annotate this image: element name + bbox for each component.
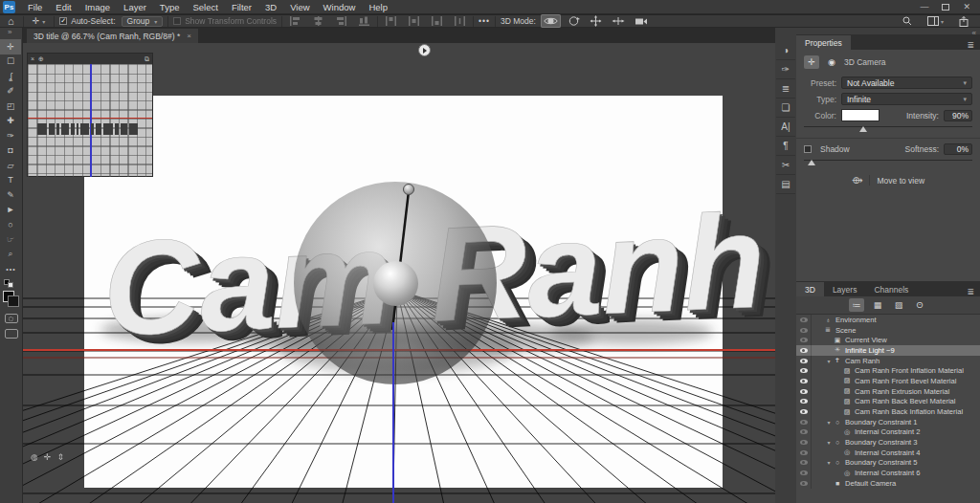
move-3d-icon[interactable]: ✛ [804, 55, 819, 69]
preset-dropdown[interactable]: Not Available▾ [841, 77, 972, 89]
expand-chevron-icon[interactable]: ▾ [825, 439, 833, 446]
background-color[interactable] [8, 295, 19, 307]
visibility-eye-icon[interactable] [796, 315, 812, 325]
filter-materials-icon[interactable]: ▨ [891, 298, 906, 312]
filter-whole-scene-icon[interactable]: ≔ [849, 298, 864, 312]
scale-ground-icon[interactable]: ⇕ [56, 452, 64, 462]
menu-help[interactable]: Help [362, 2, 394, 12]
eraser-tool-icon[interactable]: ▱ [0, 158, 21, 173]
tab-channels[interactable]: Channels [865, 282, 917, 296]
visibility-eye-icon[interactable] [796, 417, 812, 427]
menu-edit[interactable]: Edit [49, 2, 78, 12]
path-selection-tool-icon[interactable]: ► [0, 203, 21, 218]
expand-chevron-icon[interactable]: ▾ [825, 358, 833, 364]
shadow-checkbox[interactable] [804, 145, 812, 153]
softness-slider[interactable] [804, 159, 972, 167]
tree-row[interactable]: ■Default Camera [796, 478, 980, 489]
visibility-eye-icon[interactable] [796, 386, 812, 397]
tree-row[interactable]: ≣Scene [796, 325, 980, 336]
brushes-panel-icon[interactable]: ✑ [776, 60, 795, 79]
filter-meshes-icon[interactable]: ▦ [870, 298, 885, 312]
hand-tool-icon[interactable]: ☞ [0, 232, 21, 248]
align-horizontal-centers-icon[interactable] [310, 15, 326, 27]
shape-tool-icon[interactable]: ○ [0, 217, 21, 232]
distribute-bottom-edges-icon[interactable] [429, 15, 445, 27]
tab-3d[interactable]: 3D [796, 282, 824, 296]
pen-tool-icon[interactable]: ✎ [0, 187, 21, 203]
tree-row[interactable]: ▨Cam Ranh Back Bevel Material [796, 397, 980, 407]
edit-toolbar-icon[interactable]: ••• [1, 262, 22, 277]
move-to-view-button[interactable]: Move to view [877, 176, 924, 186]
menu-select[interactable]: Select [186, 2, 224, 12]
light-widget-center-ball[interactable] [373, 261, 418, 306]
home-icon[interactable]: ⌂ [0, 15, 18, 27]
more-options-icon[interactable]: ••• [479, 16, 490, 26]
visibility-eye-icon[interactable] [796, 356, 812, 366]
move-tool-icon[interactable]: ✛▾ [29, 16, 50, 26]
menu-file[interactable]: File [21, 2, 49, 12]
distribute-top-edges-icon[interactable] [383, 15, 399, 27]
tree-row[interactable]: ☀Infinite Light ~9 [796, 345, 980, 356]
camera-icon[interactable]: ◉ [824, 55, 839, 69]
visibility-eye-icon[interactable] [796, 397, 812, 407]
tree-row[interactable]: ▾○Boundary Constraint 5 [796, 458, 980, 469]
swap-view-icon[interactable]: ⧉ [145, 55, 149, 63]
document-close-icon[interactable]: × [187, 32, 191, 40]
search-icon[interactable] [899, 16, 916, 26]
move-secondary-icon[interactable]: ⊕ [38, 55, 44, 63]
glyphs-panel-icon[interactable]: ✂ [776, 156, 795, 175]
tree-row[interactable]: ◎Internal Constraint 2 [796, 427, 980, 438]
visibility-eye-icon[interactable] [796, 437, 812, 448]
visibility-eye-icon[interactable] [796, 468, 812, 478]
tree-row[interactable]: ▾○Boundary Constraint 1 [796, 417, 980, 427]
tree-row[interactable]: ◎Internal Constraint 6 [796, 468, 980, 478]
visibility-eye-icon[interactable] [796, 345, 812, 356]
visibility-eye-icon[interactable] [796, 325, 812, 336]
expand-chevron-icon[interactable]: ▾ [825, 459, 833, 466]
clone-source-panel-icon[interactable]: ❏ [776, 98, 795, 118]
tab-properties[interactable]: Properties [796, 35, 851, 50]
distribute-spacing-icon[interactable] [452, 15, 468, 27]
tab-layers[interactable]: Layers [824, 282, 866, 296]
visibility-eye-icon[interactable] [796, 478, 812, 489]
menu-view[interactable]: View [283, 2, 316, 12]
distribute-vertical-centers-icon[interactable] [406, 15, 422, 27]
healing-brush-tool-icon[interactable]: ✚ [0, 114, 21, 129]
color-panel-icon[interactable]: ◑ [776, 41, 795, 60]
properties-menu-icon[interactable]: ≣ [967, 40, 980, 50]
share-icon[interactable] [955, 16, 972, 27]
quick-selection-tool-icon[interactable]: ✐ [0, 84, 21, 99]
close-secondary-icon[interactable]: × [31, 55, 34, 62]
group-dropdown[interactable]: Group▾ [122, 16, 164, 27]
menu-filter[interactable]: Filter [225, 2, 258, 12]
tree-row[interactable]: ◎Internal Constraint 4 [796, 448, 980, 458]
secondary-view-panel[interactable]: × ⊕ ⧉ [27, 53, 153, 177]
document-tab[interactable]: 3D title @ 66.7% (Cam Ranh, RGB/8#) * × [27, 29, 198, 43]
filter-lights-icon[interactable]: ʘ [912, 298, 927, 312]
softness-field[interactable]: 0% [944, 143, 972, 155]
align-bottom-edges-icon[interactable] [356, 15, 372, 27]
close-button[interactable]: ✕ [963, 2, 970, 11]
menu-window[interactable]: Window [317, 2, 363, 12]
roll-camera-icon[interactable] [565, 14, 583, 28]
quick-mask-icon[interactable] [5, 314, 18, 323]
tree-row[interactable]: ▨Cam Ranh Front Bevel Material [796, 376, 980, 386]
character-panel-icon[interactable]: A| [776, 118, 795, 137]
menu-image[interactable]: Image [78, 2, 117, 12]
light-color-swatch[interactable] [841, 109, 880, 121]
dolly-camera-icon[interactable] [632, 14, 652, 28]
visibility-eye-icon[interactable] [796, 427, 812, 438]
visibility-eye-icon[interactable] [796, 335, 812, 345]
foreground-background-swatches[interactable] [3, 291, 20, 308]
workspace-icon[interactable]: ▾ [924, 16, 947, 26]
crop-tool-icon[interactable]: ◰ [0, 98, 21, 114]
orbit-camera-icon[interactable] [541, 14, 561, 28]
menu-3d[interactable]: 3D [258, 2, 283, 12]
tree-row[interactable]: ▨Cam Ranh Extrusion Material [796, 386, 980, 397]
default-colors-icon[interactable] [4, 279, 15, 289]
tree-row[interactable]: ▾○Boundary Constraint 3 [796, 437, 980, 448]
brush-tool-icon[interactable]: ✑ [0, 128, 21, 143]
type-tool-icon[interactable]: T [0, 173, 21, 188]
move-tool-icon[interactable]: ✛ [0, 39, 21, 55]
tree-row[interactable]: ▾✝Cam Ranh [796, 356, 980, 366]
